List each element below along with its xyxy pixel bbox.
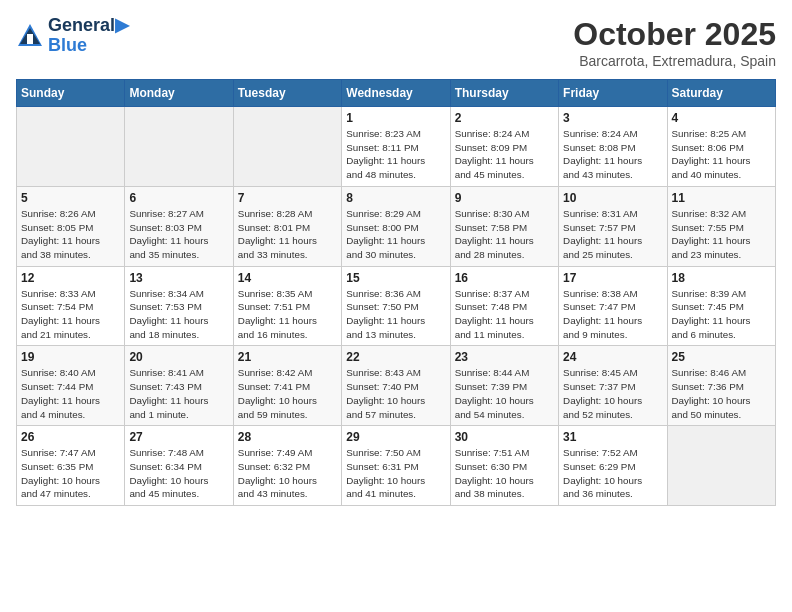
- calendar-day-cell: 6Sunrise: 8:27 AM Sunset: 8:03 PM Daylig…: [125, 186, 233, 266]
- day-info: Sunrise: 7:49 AM Sunset: 6:32 PM Dayligh…: [238, 446, 337, 501]
- calendar-day-cell: 14Sunrise: 8:35 AM Sunset: 7:51 PM Dayli…: [233, 266, 341, 346]
- day-number: 6: [129, 191, 228, 205]
- calendar-day-cell: 8Sunrise: 8:29 AM Sunset: 8:00 PM Daylig…: [342, 186, 450, 266]
- day-info: Sunrise: 8:23 AM Sunset: 8:11 PM Dayligh…: [346, 127, 445, 182]
- calendar-week-row: 26Sunrise: 7:47 AM Sunset: 6:35 PM Dayli…: [17, 426, 776, 506]
- day-of-week-header: Wednesday: [342, 80, 450, 107]
- day-number: 3: [563, 111, 662, 125]
- calendar-day-cell: 16Sunrise: 8:37 AM Sunset: 7:48 PM Dayli…: [450, 266, 558, 346]
- day-number: 30: [455, 430, 554, 444]
- day-info: Sunrise: 8:44 AM Sunset: 7:39 PM Dayligh…: [455, 366, 554, 421]
- day-number: 1: [346, 111, 445, 125]
- day-info: Sunrise: 7:52 AM Sunset: 6:29 PM Dayligh…: [563, 446, 662, 501]
- day-info: Sunrise: 8:33 AM Sunset: 7:54 PM Dayligh…: [21, 287, 120, 342]
- calendar-day-cell: 27Sunrise: 7:48 AM Sunset: 6:34 PM Dayli…: [125, 426, 233, 506]
- day-number: 16: [455, 271, 554, 285]
- calendar-day-cell: 4Sunrise: 8:25 AM Sunset: 8:06 PM Daylig…: [667, 107, 775, 187]
- calendar-day-cell: 11Sunrise: 8:32 AM Sunset: 7:55 PM Dayli…: [667, 186, 775, 266]
- day-info: Sunrise: 8:40 AM Sunset: 7:44 PM Dayligh…: [21, 366, 120, 421]
- calendar-day-cell: 10Sunrise: 8:31 AM Sunset: 7:57 PM Dayli…: [559, 186, 667, 266]
- day-number: 29: [346, 430, 445, 444]
- calendar-day-cell: 5Sunrise: 8:26 AM Sunset: 8:05 PM Daylig…: [17, 186, 125, 266]
- day-info: Sunrise: 7:51 AM Sunset: 6:30 PM Dayligh…: [455, 446, 554, 501]
- day-number: 17: [563, 271, 662, 285]
- month-title: October 2025: [573, 16, 776, 53]
- day-info: Sunrise: 8:38 AM Sunset: 7:47 PM Dayligh…: [563, 287, 662, 342]
- day-number: 25: [672, 350, 771, 364]
- calendar-day-cell: 13Sunrise: 8:34 AM Sunset: 7:53 PM Dayli…: [125, 266, 233, 346]
- calendar-body: 1Sunrise: 8:23 AM Sunset: 8:11 PM Daylig…: [17, 107, 776, 506]
- day-of-week-header: Sunday: [17, 80, 125, 107]
- day-info: Sunrise: 8:45 AM Sunset: 7:37 PM Dayligh…: [563, 366, 662, 421]
- logo-text: General▶ Blue: [48, 16, 129, 56]
- day-number: 2: [455, 111, 554, 125]
- day-number: 4: [672, 111, 771, 125]
- day-of-week-header: Monday: [125, 80, 233, 107]
- calendar-day-cell: 9Sunrise: 8:30 AM Sunset: 7:58 PM Daylig…: [450, 186, 558, 266]
- logo: General▶ Blue: [16, 16, 129, 56]
- day-number: 13: [129, 271, 228, 285]
- day-number: 14: [238, 271, 337, 285]
- day-number: 18: [672, 271, 771, 285]
- calendar-day-cell: [125, 107, 233, 187]
- day-of-week-header: Tuesday: [233, 80, 341, 107]
- calendar-day-cell: 24Sunrise: 8:45 AM Sunset: 7:37 PM Dayli…: [559, 346, 667, 426]
- day-number: 19: [21, 350, 120, 364]
- page-header: General▶ Blue October 2025 Barcarrota, E…: [16, 16, 776, 69]
- location: Barcarrota, Extremadura, Spain: [573, 53, 776, 69]
- calendar-day-cell: 22Sunrise: 8:43 AM Sunset: 7:40 PM Dayli…: [342, 346, 450, 426]
- calendar-table: SundayMondayTuesdayWednesdayThursdayFrid…: [16, 79, 776, 506]
- day-number: 12: [21, 271, 120, 285]
- day-info: Sunrise: 8:30 AM Sunset: 7:58 PM Dayligh…: [455, 207, 554, 262]
- calendar-day-cell: 30Sunrise: 7:51 AM Sunset: 6:30 PM Dayli…: [450, 426, 558, 506]
- calendar-day-cell: 17Sunrise: 8:38 AM Sunset: 7:47 PM Dayli…: [559, 266, 667, 346]
- day-number: 8: [346, 191, 445, 205]
- calendar-day-cell: 25Sunrise: 8:46 AM Sunset: 7:36 PM Dayli…: [667, 346, 775, 426]
- calendar-day-cell: [17, 107, 125, 187]
- day-number: 15: [346, 271, 445, 285]
- calendar-day-cell: 26Sunrise: 7:47 AM Sunset: 6:35 PM Dayli…: [17, 426, 125, 506]
- calendar-day-cell: 21Sunrise: 8:42 AM Sunset: 7:41 PM Dayli…: [233, 346, 341, 426]
- day-info: Sunrise: 8:46 AM Sunset: 7:36 PM Dayligh…: [672, 366, 771, 421]
- day-info: Sunrise: 8:36 AM Sunset: 7:50 PM Dayligh…: [346, 287, 445, 342]
- day-info: Sunrise: 8:27 AM Sunset: 8:03 PM Dayligh…: [129, 207, 228, 262]
- day-info: Sunrise: 8:34 AM Sunset: 7:53 PM Dayligh…: [129, 287, 228, 342]
- day-info: Sunrise: 8:31 AM Sunset: 7:57 PM Dayligh…: [563, 207, 662, 262]
- day-info: Sunrise: 8:42 AM Sunset: 7:41 PM Dayligh…: [238, 366, 337, 421]
- calendar-day-cell: 15Sunrise: 8:36 AM Sunset: 7:50 PM Dayli…: [342, 266, 450, 346]
- calendar-week-row: 19Sunrise: 8:40 AM Sunset: 7:44 PM Dayli…: [17, 346, 776, 426]
- calendar-day-cell: [667, 426, 775, 506]
- day-info: Sunrise: 8:25 AM Sunset: 8:06 PM Dayligh…: [672, 127, 771, 182]
- day-info: Sunrise: 8:28 AM Sunset: 8:01 PM Dayligh…: [238, 207, 337, 262]
- calendar-week-row: 12Sunrise: 8:33 AM Sunset: 7:54 PM Dayli…: [17, 266, 776, 346]
- day-number: 28: [238, 430, 337, 444]
- calendar-header-row: SundayMondayTuesdayWednesdayThursdayFrid…: [17, 80, 776, 107]
- calendar-day-cell: 7Sunrise: 8:28 AM Sunset: 8:01 PM Daylig…: [233, 186, 341, 266]
- day-info: Sunrise: 8:35 AM Sunset: 7:51 PM Dayligh…: [238, 287, 337, 342]
- calendar-day-cell: 19Sunrise: 8:40 AM Sunset: 7:44 PM Dayli…: [17, 346, 125, 426]
- title-block: October 2025 Barcarrota, Extremadura, Sp…: [573, 16, 776, 69]
- day-of-week-header: Saturday: [667, 80, 775, 107]
- calendar-day-cell: 23Sunrise: 8:44 AM Sunset: 7:39 PM Dayli…: [450, 346, 558, 426]
- calendar-day-cell: 2Sunrise: 8:24 AM Sunset: 8:09 PM Daylig…: [450, 107, 558, 187]
- calendar-week-row: 1Sunrise: 8:23 AM Sunset: 8:11 PM Daylig…: [17, 107, 776, 187]
- day-number: 7: [238, 191, 337, 205]
- calendar-week-row: 5Sunrise: 8:26 AM Sunset: 8:05 PM Daylig…: [17, 186, 776, 266]
- calendar-day-cell: 29Sunrise: 7:50 AM Sunset: 6:31 PM Dayli…: [342, 426, 450, 506]
- day-number: 31: [563, 430, 662, 444]
- day-number: 9: [455, 191, 554, 205]
- day-info: Sunrise: 8:43 AM Sunset: 7:40 PM Dayligh…: [346, 366, 445, 421]
- day-number: 24: [563, 350, 662, 364]
- calendar-day-cell: 28Sunrise: 7:49 AM Sunset: 6:32 PM Dayli…: [233, 426, 341, 506]
- day-info: Sunrise: 8:39 AM Sunset: 7:45 PM Dayligh…: [672, 287, 771, 342]
- calendar-day-cell: [233, 107, 341, 187]
- day-number: 21: [238, 350, 337, 364]
- day-number: 23: [455, 350, 554, 364]
- day-info: Sunrise: 8:26 AM Sunset: 8:05 PM Dayligh…: [21, 207, 120, 262]
- day-info: Sunrise: 8:37 AM Sunset: 7:48 PM Dayligh…: [455, 287, 554, 342]
- day-number: 5: [21, 191, 120, 205]
- day-info: Sunrise: 8:24 AM Sunset: 8:08 PM Dayligh…: [563, 127, 662, 182]
- calendar-day-cell: 20Sunrise: 8:41 AM Sunset: 7:43 PM Dayli…: [125, 346, 233, 426]
- day-info: Sunrise: 8:24 AM Sunset: 8:09 PM Dayligh…: [455, 127, 554, 182]
- svg-rect-2: [27, 34, 33, 44]
